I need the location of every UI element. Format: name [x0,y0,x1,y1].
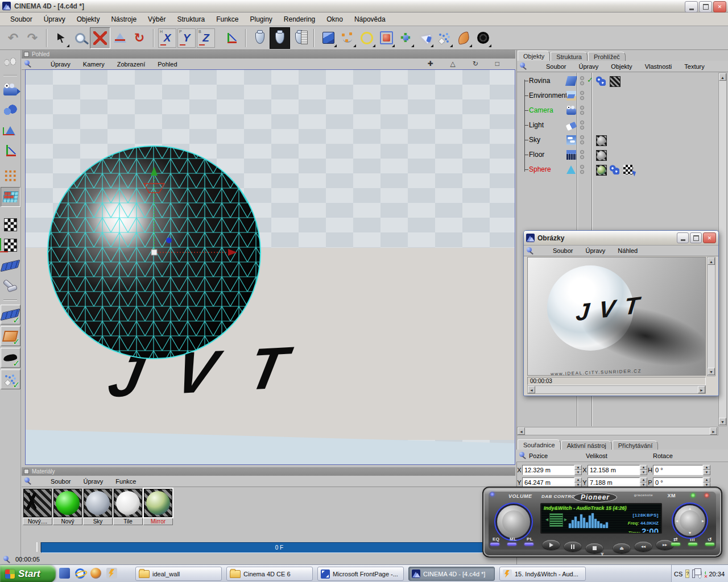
clock[interactable]: 20:34 [709,571,725,577]
pin-icon[interactable] [527,247,547,255]
scroll-up-icon[interactable]: ▲ [708,257,715,265]
navigation-knob[interactable]: ▴ ▾ ◂ ▸ [675,505,705,536]
object-row-camera[interactable]: Camera [529,103,576,117]
close-button[interactable]: ✕ [703,232,716,243]
nav-right-icon[interactable]: ▸ [702,518,704,523]
materials-title-bar[interactable]: Materiály [22,467,515,476]
menu-pluginy[interactable]: Pluginy [245,15,278,23]
materials-menu-upravy[interactable]: Úpravy [77,478,109,485]
scroll-left-icon[interactable]: ◄ [528,386,535,393]
volume-knob[interactable] [497,505,530,538]
pin-icon[interactable] [24,477,44,485]
menu-funkce[interactable]: Funkce [210,15,244,23]
scroll-right-icon[interactable]: ► [710,427,717,435]
tab-souradnice[interactable]: Souřadnice [518,439,561,450]
scroll-down-icon[interactable]: ▼ [708,368,715,375]
add-nurbs-button[interactable] [357,28,377,48]
add-light-button[interactable] [415,28,435,48]
scroll-right-icon[interactable]: ► [698,386,705,393]
panel-release-icon[interactable]: ▼ [600,551,605,557]
texture-mode-tool[interactable] [1,215,20,234]
bone-mode-tool[interactable] [1,277,20,296]
scale-tool-button[interactable] [110,28,130,48]
tab-prichytavani[interactable]: Přichytávání [613,440,659,450]
material-thumbnail[interactable] [53,489,82,517]
render-settings-button[interactable] [290,28,309,48]
move-view-icon[interactable]: ✚ [421,60,439,68]
gray-material-tag-icon[interactable] [596,150,607,161]
visibility-dots[interactable] [579,164,585,174]
lock-y-button[interactable]: PY [177,28,196,48]
visibility-dots[interactable] [579,76,585,86]
tab-aktivni-nastroj[interactable]: Aktivní nástroj [561,440,612,450]
shuffle-button[interactable] [671,543,680,546]
images-menu-nahled[interactable]: Náhled [611,247,644,254]
object-label[interactable]: Sphere [529,165,565,173]
material-thumbnail[interactable] [144,489,172,517]
undo-button[interactable]: ↶ [3,28,23,48]
scale-view-icon[interactable]: △ [444,60,461,68]
display-tray-icon[interactable] [692,569,695,578]
materials-menu-funkce[interactable]: Funkce [109,478,142,485]
menu-upravy[interactable]: Úpravy [38,15,71,23]
images-vertical-scrollbar[interactable] [707,257,715,376]
menu-soubor[interactable]: Soubor [5,15,38,23]
pos-x-input[interactable] [522,465,574,475]
timeline-bar[interactable]: 0 F [41,542,518,553]
object-label[interactable]: Rovina [529,77,565,85]
pin-icon[interactable] [519,451,527,460]
objects-menu-textury[interactable]: Textury [678,63,710,70]
tab-objekty[interactable]: Objekty [518,51,550,61]
object-row-environment[interactable]: Environment [529,89,576,102]
play-button[interactable] [543,540,560,550]
add-primitive-button[interactable] [318,28,338,48]
spheres-tag-icon[interactable] [596,76,606,86]
picture-viewer-tool[interactable] [1,52,20,71]
pos-x-spinner[interactable]: ▲▼ [574,465,582,475]
close-button[interactable]: ✕ [713,1,726,13]
object-label[interactable]: Light [529,121,565,129]
add-spline-button[interactable] [338,28,357,48]
material-sky[interactable]: Sky [83,489,113,525]
title-bar[interactable]: CINEMA 4D - [4.c4d *] ✕ [0,0,728,13]
enable-check-icon[interactable] [587,76,593,84]
model-mode-tool[interactable] [1,101,20,119]
lock-z-button[interactable]: BZ [197,28,215,48]
edge-mode-tool[interactable] [1,256,20,275]
pl-button[interactable] [524,543,533,546]
menu-objekty[interactable]: Objekty [71,15,106,23]
menu-nastroje[interactable]: Nástroje [105,15,142,23]
size-x-spinner[interactable]: ▲▼ [640,465,647,475]
add-particles-button[interactable] [435,28,454,48]
visibility-dots[interactable] [579,105,585,115]
images-horizontal-scrollbar[interactable] [527,385,706,394]
nav-up-icon[interactable]: ▴ [689,506,691,511]
lock-x-button[interactable]: HX [158,28,176,48]
images-window[interactable]: Obrázky ✕ Soubor Úpravy Náhled JVT www.I… [523,230,719,396]
viewport-menu-pohled[interactable]: Pohled [151,61,183,68]
select-tool-button[interactable] [51,28,71,48]
checker-arrow-tag-icon[interactable] [623,165,633,174]
task-ideal-wall[interactable]: ideal_wall [135,567,222,581]
winamp-icon[interactable] [106,568,117,579]
app-shortcut-icon[interactable] [59,568,70,579]
maximize-view-icon[interactable]: □ [489,60,506,68]
objects-menu-upravy[interactable]: Úpravy [572,63,605,70]
objects-horizontal-scrollbar[interactable] [517,427,718,435]
task-cinema4d-ce6[interactable]: Cinema 4D CE 6 [226,567,313,581]
object-row-sky[interactable]: Sky [529,133,576,147]
panel-grip-icon[interactable] [24,469,29,474]
menu-vyber[interactable]: Výběr [142,15,171,23]
repeat-button[interactable] [705,543,714,546]
material-tile[interactable]: Tile [113,489,143,525]
object-row-floor[interactable]: Floor [529,148,576,161]
scroll-down-icon[interactable]: ▼ [719,418,726,425]
axis-mode-tool[interactable] [1,142,20,160]
objects-menu-soubor[interactable]: Soubor [540,63,572,70]
scroll-up-icon[interactable]: ▲ [719,73,726,81]
visibility-dots[interactable] [579,135,585,145]
rot-h-input[interactable] [653,465,703,475]
object-row-sphere[interactable]: Sphere [529,163,576,176]
nav-left-icon[interactable]: ◂ [676,518,678,523]
ml-button[interactable] [507,543,516,546]
